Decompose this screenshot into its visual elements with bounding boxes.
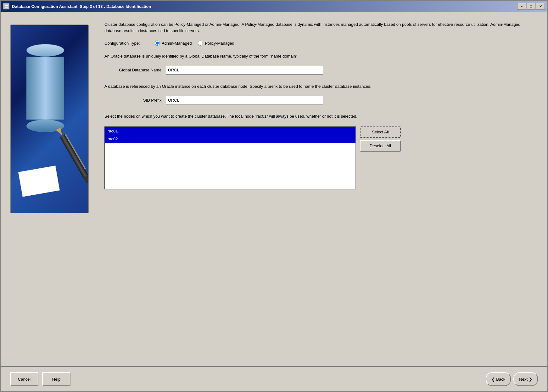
window-controls: − □ ✕ <box>517 3 545 10</box>
back-button[interactable]: ❮ Back <box>486 372 511 386</box>
maximize-button[interactable]: □ <box>527 3 535 10</box>
policy-managed-label: Policy-Managed <box>205 41 234 46</box>
admin-managed-radio[interactable] <box>155 41 160 46</box>
cylinder-top <box>26 44 64 57</box>
main-window: 🗃 Database Configuration Assistant, Step… <box>0 0 548 392</box>
app-icon: 🗃 <box>3 3 9 9</box>
close-button[interactable]: ✕ <box>536 3 545 10</box>
cancel-button[interactable]: Cancel <box>10 372 38 386</box>
help-button[interactable]: Help <box>42 372 70 386</box>
node-buttons: Select All Deselect All <box>360 126 401 152</box>
deselect-all-button[interactable]: Deselect All <box>360 140 401 152</box>
next-label: Next <box>519 377 528 382</box>
cylinder-body <box>26 57 64 120</box>
global-db-input[interactable] <box>166 66 323 75</box>
title-bar-left: 🗃 Database Configuration Assistant, Step… <box>3 3 151 9</box>
sid-prefix-label: SID Prefix: <box>104 98 163 103</box>
policy-managed-option[interactable]: Policy-Managed <box>198 41 234 46</box>
paper-icon <box>18 165 60 197</box>
config-type-row: Configuration Type: Admin-Managed Policy… <box>104 41 535 46</box>
database-icon <box>23 44 67 132</box>
nodes-description: Select the nodes on which you want to cr… <box>104 113 535 120</box>
wizard-image <box>10 25 89 213</box>
main-area: Cluster database configuration can be Po… <box>1 12 547 366</box>
footer-right-buttons: ❮ Back Next ❯ <box>486 372 538 386</box>
config-type-label: Configuration Type: <box>104 41 148 46</box>
global-db-row: Global Database Name: <box>104 66 535 75</box>
pen-clip <box>64 134 86 170</box>
policy-managed-radio[interactable] <box>198 41 203 46</box>
pen-body <box>60 134 88 178</box>
minimize-button[interactable]: − <box>517 3 526 10</box>
window-content: Cluster database configuration can be Po… <box>1 12 547 391</box>
back-chevron-icon: ❮ <box>491 377 495 382</box>
sid-prefix-row: SID Prefix: <box>104 96 535 104</box>
intro-description: Cluster database configuration can be Po… <box>104 21 535 34</box>
admin-managed-option[interactable]: Admin-Managed <box>155 41 192 46</box>
nodes-area: rac01 rac02 Select All Deselect All <box>104 126 535 189</box>
config-type-radio-group: Admin-Managed Policy-Managed <box>155 41 234 46</box>
admin-managed-label: Admin-Managed <box>162 41 192 46</box>
back-label: Back <box>496 377 505 382</box>
global-db-label: Global Database Name: <box>104 68 163 72</box>
left-panel <box>1 18 98 366</box>
next-button[interactable]: Next ❯ <box>513 372 538 386</box>
list-item[interactable]: rac01 <box>105 127 355 135</box>
list-item[interactable]: rac02 <box>105 135 355 143</box>
window-title: Database Configuration Assistant, Step 3… <box>12 4 151 9</box>
right-panel: Cluster database configuration can be Po… <box>98 18 547 366</box>
nodes-listbox[interactable]: rac01 rac02 <box>104 126 356 189</box>
select-all-button[interactable]: Select All <box>360 126 401 138</box>
footer-left-buttons: Cancel Help <box>10 372 70 386</box>
instance-description: A database is referenced by an Oracle in… <box>104 83 535 90</box>
title-bar: 🗃 Database Configuration Assistant, Step… <box>1 1 547 12</box>
pen-icon <box>54 126 89 186</box>
sid-prefix-input[interactable] <box>166 96 323 104</box>
next-chevron-icon: ❯ <box>529 377 532 382</box>
footer: Cancel Help ❮ Back Next ❯ <box>1 366 547 391</box>
sub-description: An Oracle database is uniquely identifie… <box>104 53 535 59</box>
